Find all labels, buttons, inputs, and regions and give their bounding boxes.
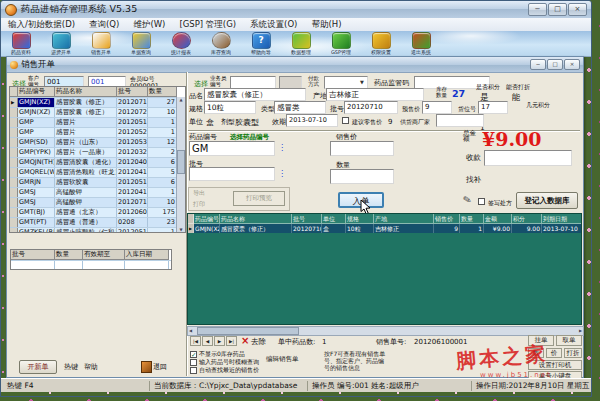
order-col-header[interactable]: 批号 <box>292 214 322 224</box>
stock-table-scrollbar[interactable]: ▲ ▼ <box>176 97 185 232</box>
batch-col-header[interactable]: 数量 <box>55 250 83 260</box>
sales-maximize-icon[interactable]: □ <box>547 59 563 70</box>
supplier-field[interactable] <box>436 114 484 127</box>
qty-input[interactable] <box>330 169 394 184</box>
nav-button[interactable]: |◀ <box>190 336 201 346</box>
order-col-header[interactable]: 单位 <box>322 214 346 224</box>
order-col-header[interactable]: 到期日期 <box>542 214 582 224</box>
toolbar-button[interactable]: 药品资料 <box>1 31 41 56</box>
toolbar-button[interactable]: 单据查询 <box>121 31 161 56</box>
nav-button[interactable]: ▶ <box>214 336 225 346</box>
order-col-header[interactable]: 积分 <box>512 214 542 224</box>
sale-price-input[interactable] <box>330 141 394 156</box>
suggest-price-checkbox[interactable] <box>342 117 349 124</box>
table-row[interactable]: GMSJ高锰酸钾201204121 <box>10 188 185 198</box>
register-button[interactable]: 登记入数据库 <box>516 192 578 209</box>
minimize-icon[interactable]: − <box>528 3 547 16</box>
chevron-down-icon[interactable]: ▼ <box>360 79 364 85</box>
toolbar-button[interactable]: 数据整理 <box>281 31 321 56</box>
print-preview-button[interactable]: 打印预览 <box>233 191 285 206</box>
menu-item[interactable]: 帮助(H) <box>304 19 348 31</box>
menu-item[interactable]: 维护(W) <box>126 19 172 31</box>
checkbox[interactable] <box>190 367 197 374</box>
sales-minimize-icon[interactable]: − <box>530 59 546 70</box>
prescription-checkbox[interactable] <box>478 198 485 205</box>
stock-col-header[interactable]: 批号 <box>117 87 148 97</box>
stock-col-header[interactable]: 药品名称 <box>55 87 117 97</box>
table-row[interactable]: GMZKEL(RH)感冒止咳颗粒（仁和）201205181 <box>10 228 185 233</box>
scroll-down-icon[interactable]: ▼ <box>177 227 185 232</box>
order-col-header[interactable]: 金额 <box>484 214 512 224</box>
entry-code-input[interactable]: GM <box>189 141 275 156</box>
order-col-header[interactable]: 药品名称 <box>220 214 292 224</box>
table-row[interactable]: GMJN(XZ)感冒胶囊（修正）2012072010 <box>10 108 185 118</box>
table-row[interactable]: GMQJN(TH)感冒清胶囊（通化）201204096 <box>10 158 185 168</box>
print-button[interactable]: 打印 <box>193 200 205 209</box>
discount-button[interactable]: 打折 <box>564 348 582 358</box>
table-row[interactable]: GMP感冒片201205161 <box>10 118 185 128</box>
toolbar-button[interactable]: 权限设置 <box>361 31 401 56</box>
checkbox[interactable] <box>190 359 197 366</box>
order-col-header[interactable]: 数量 <box>460 214 484 224</box>
nav-button[interactable]: ◀ <box>202 336 213 346</box>
order-col-header[interactable]: 药品编号 <box>194 214 220 224</box>
remove-button[interactable]: 去除 <box>251 338 266 346</box>
maximize-icon[interactable]: □ <box>548 3 567 16</box>
checkbox[interactable]: ✓ <box>190 351 197 358</box>
lookup-dots-icon[interactable]: ⋮ <box>278 144 286 152</box>
hscroll-thumb[interactable] <box>197 327 299 335</box>
hotkey-button[interactable]: 热键 <box>64 363 78 371</box>
toolbar-button[interactable]: 退出系统 <box>401 31 441 56</box>
scroll-left-icon[interactable]: ◀ <box>189 328 192 333</box>
toolbar-button[interactable]: ?帮助向导 <box>241 31 281 56</box>
menu-item[interactable]: [GSP] 管理(G) <box>172 19 243 31</box>
printer-setup-button[interactable]: 设置打印机 <box>528 360 582 370</box>
close-icon[interactable]: × <box>568 3 587 16</box>
table-row[interactable]: GMT(BJ)感冒通（北京）20120602175 <box>10 208 185 218</box>
back-button[interactable]: 退回 <box>153 363 167 371</box>
table-row[interactable]: GMRJN感冒软胶囊201205166 <box>10 178 185 188</box>
sales-close-icon[interactable]: × <box>564 59 580 70</box>
menu-item[interactable]: 系统设置(O) <box>243 19 304 31</box>
stock-col-header[interactable]: 药品编号 <box>18 87 55 97</box>
batch-col-header[interactable]: 入库日期 <box>125 250 169 260</box>
toolbar-button[interactable]: 库存查询 <box>201 31 241 56</box>
edit-order-link[interactable]: 编辑销售单 <box>266 355 299 363</box>
order-col-header[interactable]: 产地 <box>374 214 434 224</box>
export-button[interactable]: 导出 <box>193 189 205 198</box>
scroll-thumb[interactable] <box>177 150 185 174</box>
scroll-up-icon[interactable]: ▲ <box>177 97 185 102</box>
menu-item[interactable]: 输入/初始数据(D) <box>1 19 82 31</box>
take-order-button[interactable]: 取单 <box>556 335 582 346</box>
stock-col-header[interactable] <box>10 87 18 97</box>
batch-col-header[interactable]: 批号 <box>11 250 55 260</box>
received-input[interactable] <box>484 150 572 166</box>
table-row[interactable]: GMP(SD)感冒片（山东）2012053112 <box>10 138 185 148</box>
nav-button[interactable]: ▶| <box>226 336 237 346</box>
remove-x-icon[interactable]: × <box>241 336 249 346</box>
toolbar-button[interactable]: 进货开单 <box>41 31 81 56</box>
scroll-right-icon[interactable]: ▶ <box>579 328 582 333</box>
order-col-header[interactable]: 规格 <box>346 214 374 224</box>
order-row[interactable]: ▶GMJN(XZ)感冒胶囊（修正）20120710盒10粒吉林修正91¥9.00… <box>188 224 581 233</box>
qty-mode-button[interactable]: 数 <box>528 348 544 358</box>
lookup-dots-icon-2[interactable]: ⋮ <box>278 170 286 178</box>
table-row[interactable]: ▶GMJN(XZ)感冒胶囊（修正）2012071027 <box>10 98 185 108</box>
hold-order-button[interactable]: 挂单 <box>528 335 554 346</box>
help-button[interactable]: 帮助 <box>84 363 98 371</box>
new-order-button[interactable]: 开新单 <box>19 360 57 374</box>
table-row[interactable]: GMSJ高锰酸钾2012071010 <box>10 198 185 208</box>
toolbar-button[interactable]: 统计报表 <box>161 31 201 56</box>
entry-batch-input[interactable] <box>189 167 275 181</box>
menu-item[interactable]: 查询(Q) <box>82 19 126 31</box>
batch-col-header[interactable]: 有效期至 <box>83 250 125 260</box>
table-row[interactable]: GMT(PT)感冒通（普通）020823 <box>10 218 185 228</box>
stock-col-header[interactable]: 数量 <box>148 87 177 97</box>
table-row[interactable]: GMP(YPK)感冒片（一品康）201203282 <box>10 148 185 158</box>
order-col-header[interactable]: 销售价 <box>434 214 460 224</box>
price-mode-button[interactable]: 价 <box>546 348 562 358</box>
toolbar-button[interactable]: GSP管理 <box>321 31 361 56</box>
toolbar-button[interactable]: 销售开单 <box>81 31 121 56</box>
table-row[interactable]: GMQREL(WL)感冒清热颗粒（旺龙）201204105 <box>10 168 185 178</box>
table-row[interactable]: GMP感冒片201205221 <box>10 128 185 138</box>
